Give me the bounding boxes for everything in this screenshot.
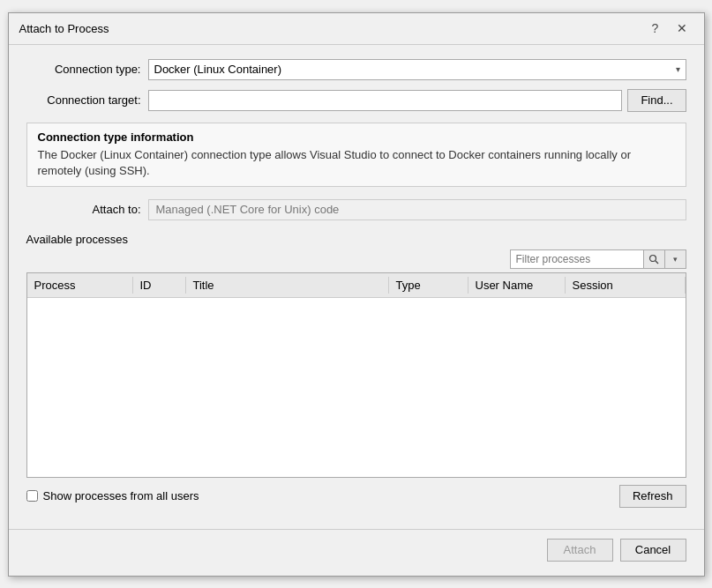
attach-to-input[interactable] [148,199,686,220]
column-header-id: ID [133,277,186,294]
connection-type-dropdown[interactable]: Docker (Linux Container) ▾ [148,59,686,80]
show-all-users-checkbox[interactable] [26,490,38,502]
connection-target-row: Connection target: Find... [26,89,686,112]
search-icon [648,254,659,264]
connection-type-row: Connection type: Docker (Linux Container… [26,59,686,80]
table-body [27,298,686,457]
bottom-row: Show processes from all users Refresh [26,485,686,508]
help-button[interactable]: ? [644,19,667,38]
show-all-users-wrap: Show processes from all users [26,489,199,502]
column-header-session: Session [566,277,686,294]
connection-type-arrow-icon: ▾ [676,64,680,74]
connection-target-input[interactable] [148,90,623,111]
available-processes-label: Available processes [26,233,686,246]
title-bar-buttons: ? ✕ [644,19,693,38]
dialog-content: Connection type: Docker (Linux Container… [9,45,704,522]
processes-section: Available processes ▾ Proce [26,229,686,508]
refresh-button[interactable]: Refresh [619,485,686,508]
attach-to-label: Attach to: [26,203,141,216]
filter-row: ▾ [26,249,686,269]
dialog-title: Attach to Process [19,22,109,35]
column-header-username: User Name [468,277,566,294]
filter-processes-input[interactable] [511,250,643,268]
filter-search-button[interactable] [643,250,664,268]
column-header-type: Type [389,277,468,294]
attach-to-process-dialog: Attach to Process ? ✕ Connection type: D… [8,12,705,577]
connection-type-label: Connection type: [26,63,141,76]
find-button[interactable]: Find... [627,89,686,112]
filter-dropdown-button[interactable]: ▾ [664,250,686,268]
svg-point-0 [650,255,656,261]
dialog-footer: Attach Cancel [9,529,704,576]
attach-button[interactable]: Attach [547,539,613,562]
table-header: Process ID Title Type User Name Session [27,273,686,298]
info-section-title: Connection type information [38,130,675,144]
connection-type-control-wrap: Docker (Linux Container) ▾ [148,59,686,80]
column-header-title: Title [186,277,389,294]
process-table: Process ID Title Type User Name Session [26,272,686,478]
title-bar: Attach to Process ? ✕ [9,13,704,45]
connection-target-label: Connection target: [26,93,141,107]
filter-input-wrap: ▾ [510,249,686,269]
connection-target-control-wrap: Find... [148,89,686,112]
connection-type-value: Docker (Linux Container) [154,63,282,76]
close-button[interactable]: ✕ [671,19,693,38]
info-section-text: The Docker (Linux Container) connection … [38,147,675,179]
attach-to-row: Attach to: [26,199,686,220]
cancel-button[interactable]: Cancel [620,539,686,562]
connection-type-info-section: Connection type information The Docker (… [26,123,686,187]
svg-line-1 [656,261,658,264]
show-all-users-label[interactable]: Show processes from all users [43,489,199,502]
title-bar-left: Attach to Process [19,22,109,35]
column-header-process: Process [27,277,133,294]
